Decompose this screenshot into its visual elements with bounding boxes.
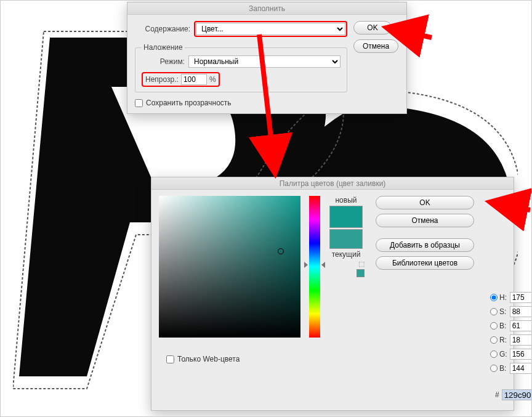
current-label: текущий (332, 250, 361, 259)
bc-radio[interactable]: B: (490, 364, 507, 373)
new-color-swatch (329, 206, 363, 228)
color-libraries-button[interactable]: Библиотеки цветов (376, 256, 474, 270)
hex-prefix: # (495, 391, 499, 399)
dialog-title: Заполнить (127, 2, 406, 15)
bc-input[interactable] (510, 363, 532, 374)
r-input[interactable] (510, 334, 532, 346)
content-label: Содержание: (135, 25, 190, 33)
opacity-unit: % (209, 75, 216, 84)
opacity-label: Непрозр.: (145, 75, 179, 84)
hsb-rgb-fields: H: ° S: % B: % R: G: B: (490, 292, 532, 374)
hue-slider-thumb[interactable] (306, 262, 323, 268)
blend-legend: Наложение (142, 43, 185, 52)
gamut-swatch[interactable] (357, 269, 365, 277)
blend-group: Наложение Режим: Нормальный Непрозр.: % (135, 43, 347, 92)
fill-dialog: Заполнить Содержание: Цвет... Наложение … (127, 2, 407, 114)
bv-input[interactable] (510, 320, 532, 331)
r-radio[interactable]: R: (490, 336, 507, 344)
cancel-button[interactable]: Отмена (353, 39, 398, 53)
s-input[interactable] (510, 306, 532, 317)
bv-radio[interactable]: B: (490, 322, 507, 330)
gamut-warning-icon[interactable]: ⬚ (358, 260, 365, 268)
h-input[interactable] (510, 292, 532, 303)
ok-button[interactable]: OK (353, 21, 392, 34)
g-radio[interactable]: G: (490, 350, 507, 358)
hue-slider[interactable] (309, 196, 320, 338)
g-input[interactable] (510, 349, 532, 360)
color-field-cursor (278, 248, 284, 254)
hex-input[interactable] (502, 389, 532, 400)
opacity-input[interactable] (181, 74, 207, 85)
preserve-transparency-check[interactable]: Сохранить прозрачность (135, 99, 347, 107)
new-label: новый (335, 196, 357, 204)
color-picker-dialog: Палитра цветов (цвет заливки) Только Web… (151, 177, 514, 411)
mode-label: Режим: (142, 57, 185, 66)
web-colors-check[interactable]: Только Web-цвета (166, 355, 240, 363)
ok-button[interactable]: OK (376, 196, 474, 209)
dialog-title: Палитра цветов (цвет заливки) (151, 177, 514, 190)
add-swatch-button[interactable]: Добавить в образцы (376, 238, 474, 252)
content-select[interactable]: Цвет... (196, 23, 345, 35)
current-color-swatch[interactable] (329, 229, 363, 249)
h-radio[interactable]: H: (490, 293, 507, 302)
s-radio[interactable]: S: (490, 307, 507, 316)
cancel-button[interactable]: Отмена (376, 214, 474, 227)
color-field[interactable] (159, 196, 300, 338)
mode-select[interactable]: Нормальный (188, 55, 341, 68)
